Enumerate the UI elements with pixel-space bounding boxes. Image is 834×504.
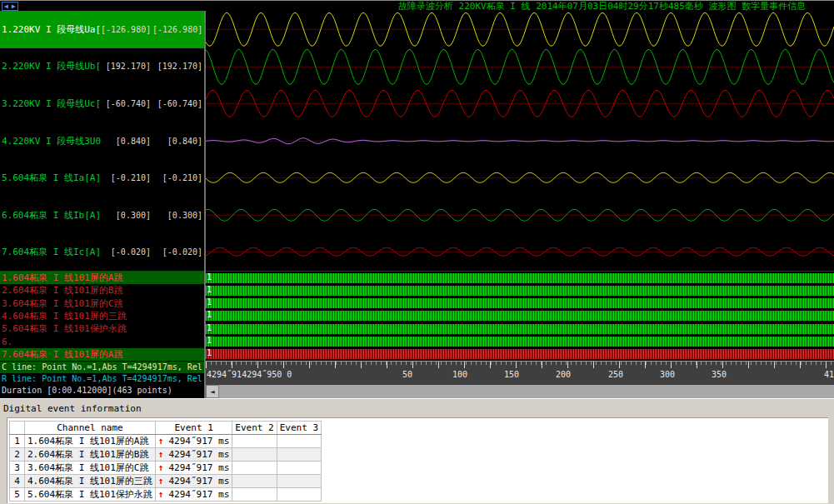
waveform-body: 1.220KV I 段母线Ua[kV][-126.980][-126.980]2… [0, 11, 834, 398]
event2-cell [232, 448, 277, 462]
scrollbar-track[interactable] [219, 385, 834, 398]
analog-channel-name: 5.604柘泉 I 线Ia[A] [2, 172, 101, 184]
event2-cell [232, 488, 277, 502]
event-table-row[interactable]: 44.604柘泉 I 线101屏的三跳↑4294˝917 ms [10, 475, 322, 488]
analog-channel-name: 2.220KV I 段母线Ub[kV] [2, 60, 101, 72]
analog-channel-value-r: [-60.740] [152, 99, 204, 108]
digital-state-value: 1 [207, 297, 212, 307]
event-row-index: 5 [10, 488, 25, 502]
nav-button-group: ◀ ▶ [2, 2, 18, 11]
digital-status-bar: 1 [206, 324, 834, 334]
time-axis-label: 200 [556, 370, 571, 379]
scroll-left-button[interactable]: ◄ [206, 385, 219, 398]
digital-channel-label-row[interactable]: 7.604柘泉 I 线101屏的A跳 [0, 348, 204, 361]
digital-bar-row: 1 [206, 297, 834, 310]
analog-channel-label-row[interactable]: 4.220KV I 段母线3U0[kV][0.840][0.840] [0, 122, 204, 160]
event3-cell [277, 448, 321, 462]
event1-time: 4294˝917 ms [168, 436, 229, 447]
analog-label-rows: 1.220KV I 段母线Ua[kV][-126.980][-126.980]2… [0, 11, 204, 271]
digital-state-value: 1 [207, 323, 212, 333]
event1-time: 4294˝917 ms [168, 449, 229, 460]
header-event1: Event 1 [155, 422, 232, 435]
digital-channel-label-row[interactable]: 6. [0, 335, 204, 347]
analog-waveform-row [206, 48, 834, 86]
event-table-row[interactable]: 33.604柘泉 I 线101屏的C跳↑4294˝917 ms [10, 462, 322, 475]
event1-time: 4294˝917 ms [168, 489, 229, 500]
digital-channel-label-row[interactable]: 1.604柘泉 I 线101屏的A跳 [0, 272, 204, 284]
digital-status-bar: 1 [206, 286, 834, 296]
event1-cell: ↑4294˝917 ms [155, 488, 232, 502]
event1-cell: ↑4294˝917 ms [155, 475, 232, 488]
time-axis-label: 100 [452, 370, 467, 379]
digital-status-bar: 1 [206, 349, 834, 359]
analog-waveform-row [206, 11, 834, 48]
time-axis-label: 300 [660, 370, 675, 379]
event-channel-name: 1.604柘泉 I 线101屏的A跳 [25, 435, 156, 448]
event3-cell [277, 462, 321, 475]
digital-channel-label-row[interactable]: 5.604柘泉 I 线101保护永跳 [0, 322, 204, 335]
event3-cell [277, 435, 321, 448]
nav-left-button[interactable]: ◀ [2, 2, 10, 10]
analog-channel-label-row[interactable]: 6.604柘泉 I 线Ib[A][0.300][0.300] [0, 197, 204, 234]
digital-channel-label-row[interactable]: 2.604柘泉 I 线101屏的B跳 [0, 284, 204, 297]
digital-bar-row: 1 [206, 284, 834, 297]
digital-state-value: 1 [207, 310, 212, 320]
analog-channel-label-row[interactable]: 1.220KV I 段母线Ua[kV][-126.980][-126.980] [0, 11, 204, 48]
header-index [10, 422, 25, 435]
analog-channel-value-c: [-60.740] [101, 99, 152, 108]
time-axis[interactable]: 4294˝914294˝950 05010015020025030035041 [206, 361, 834, 385]
channel-label-panel: 1.220KV I 段母线Ua[kV][-126.980][-126.980]2… [0, 11, 204, 398]
digital-status-bar: 1 [206, 311, 834, 321]
waveform-svg [206, 159, 834, 197]
event-channel-name: 4.604柘泉 I 线101屏的三跳 [25, 475, 156, 488]
time-axis-label: 350 [712, 370, 727, 379]
event2-cell [232, 462, 277, 475]
plot-panel: 1111111 4294˝914294˝950 0501001502002503… [206, 11, 834, 398]
analog-channel-label-row[interactable]: 2.220KV I 段母线Ub[kV][192.170][192.170] [0, 48, 204, 86]
rising-edge-arrow-icon: ↑ [158, 489, 164, 500]
analog-channel-label-row[interactable]: 7.604柘泉 I 线Ic[A][-0.020][-0.020] [0, 233, 204, 271]
analog-channel-name: 1.220KV I 段母线Ua[kV] [2, 23, 101, 36]
analog-waveform-row [206, 85, 834, 122]
analog-channel-value-c: [-0.210] [101, 173, 152, 182]
rising-edge-arrow-icon: ↑ [158, 462, 164, 473]
c-line-status: C line: Point No.=1,Abs T=4294917ms, Rel… [0, 362, 204, 373]
analog-channel-value-c: [-126.980] [101, 25, 152, 34]
event1-time: 4294˝917 ms [168, 476, 229, 487]
waveform-titlebar: ◀ ▶ 故障录波分析 220KV柘泉 I 线 2014年07月03日04时29分… [0, 1, 834, 11]
r-line-status: R line: Point No.=1,Abs T=4294917ms, Rel… [0, 373, 204, 385]
time-axis-label: 150 [504, 370, 519, 379]
digital-channel-label-row[interactable]: 3.604柘泉 I 线101屏的C跳 [0, 297, 204, 310]
event-row-index: 2 [10, 448, 25, 462]
event1-cell: ↑4294˝917 ms [155, 462, 232, 475]
horizontal-scrollbar[interactable]: ◄ [206, 385, 834, 398]
analog-channel-value-c: [0.840] [101, 137, 152, 146]
analog-channel-value-r: [192.170] [152, 62, 204, 71]
event-table-header-row: Channel name Event 1 Event 2 Event 3 [10, 422, 322, 435]
analog-channel-label-row[interactable]: 5.604柘泉 I 线Ia[A][-0.210][-0.210] [0, 159, 204, 197]
waveform-svg [206, 85, 834, 122]
rising-edge-arrow-icon: ↑ [158, 436, 164, 447]
digital-bar-row: 1 [206, 335, 834, 347]
digital-bar-row: 1 [206, 322, 834, 335]
analog-channel-value-r: [-0.210] [152, 173, 204, 182]
time-axis-label: 250 [608, 370, 623, 379]
digital-state-value: 1 [207, 272, 212, 282]
waveform-window: ◀ ▶ 故障录波分析 220KV柘泉 I 线 2014年07月03日04时29分… [0, 0, 834, 398]
digital-plot-rows: 1111111 [206, 271, 834, 361]
digital-status-bar: 1 [206, 298, 834, 308]
analog-channel-value-r: [0.300] [152, 211, 204, 220]
analog-channel-name: 6.604柘泉 I 线Ib[A] [2, 209, 101, 222]
event-table-row[interactable]: 22.604柘泉 I 线101屏的B跳↑4294˝917 ms [10, 448, 322, 462]
analog-channel-name: 7.604柘泉 I 线Ic[A] [2, 246, 101, 258]
analog-channel-label-row[interactable]: 3.220KV I 段母线Uc[kV][-60.740][-60.740] [0, 85, 204, 122]
digital-channel-label-row[interactable]: 4.604柘泉 I 线101屏的三跳 [0, 310, 204, 322]
analog-waveform-row [206, 197, 834, 234]
time-axis-label: 41 [824, 370, 834, 379]
nav-right-button[interactable]: ▶ [10, 2, 17, 10]
event-table-row[interactable]: 55.604柘泉 I 线101保护永跳↑4294˝917 ms [10, 488, 322, 502]
event-table-row[interactable]: 11.604柘泉 I 线101屏的A跳↑4294˝917 ms [10, 435, 322, 448]
event1-cell: ↑4294˝917 ms [155, 435, 232, 448]
rising-edge-arrow-icon: ↑ [158, 449, 164, 460]
time-axis-label: 50 [402, 370, 412, 379]
